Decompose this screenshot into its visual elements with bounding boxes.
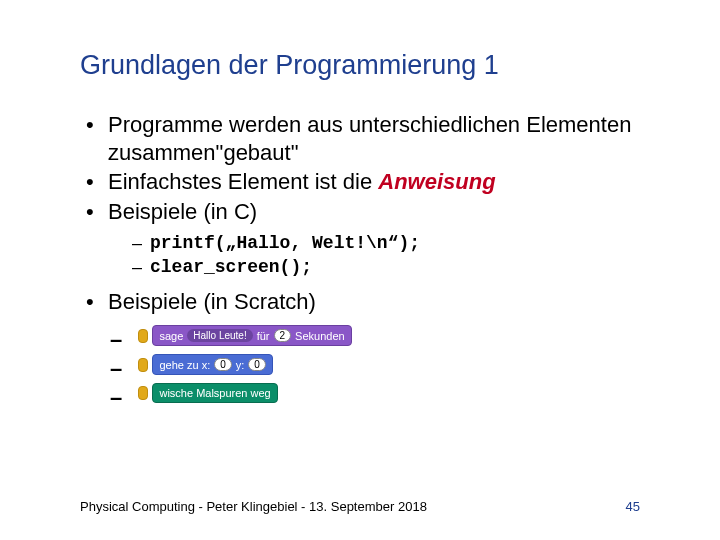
scratch-sek-label: Sekunden [295,330,345,342]
scratch-wische-label: wische Malspuren weg [159,387,270,399]
scratch-fuer-label: für [257,330,270,342]
scratch-wrap-icon [138,329,148,343]
scratch-y-label: y: [236,359,245,371]
scratch-say-text: Hallo Leute! [187,329,252,342]
footer-text: Physical Computing - Peter Klingebiel - … [80,499,427,514]
scratch-sage-label: sage [159,330,183,342]
bullet-1: Programme werden aus unterschiedlichen E… [84,111,640,166]
scratch-clear-block: wische Malspuren weg [152,383,277,403]
bullet-3: Beispiele (in C) [84,198,640,226]
scratch-wrap-icon [138,386,148,400]
bullet-4: Beispiele (in Scratch) [84,288,640,316]
scratch-y-value: 0 [248,358,266,371]
slide-title: Grundlagen der Programmierung 1 [80,50,640,81]
footer: Physical Computing - Peter Klingebiel - … [80,499,640,514]
scratch-seconds-value: 2 [274,329,292,342]
bullet-list: Programme werden aus unterschiedlichen E… [84,111,640,225]
scratch-wrap-icon [138,358,148,372]
scratch-list: sage Hallo Leute! für 2 Sekunden gehe zu… [110,325,640,403]
scratch-item-1: sage Hallo Leute! für 2 Sekunden [110,325,640,346]
scratch-x-value: 0 [214,358,232,371]
scratch-item-2: gehe zu x: 0 y: 0 [110,354,640,375]
scratch-item-3: wische Malspuren weg [110,383,640,403]
scratch-say-block: sage Hallo Leute! für 2 Sekunden [152,325,351,346]
code-line-1: printf(„Hallo, Welt!\n“); [132,231,640,255]
scratch-gehe-label: gehe zu x: [159,359,210,371]
bullet-2: Einfachstes Element ist die Anweisung [84,168,640,196]
code-line-2: clear_screen(); [132,255,640,279]
scratch-goto-block: gehe zu x: 0 y: 0 [152,354,272,375]
bullet-2-keyword: Anweisung [378,169,495,194]
bullet-list-2: Beispiele (in Scratch) [84,288,640,316]
code-list: printf(„Hallo, Welt!\n“); clear_screen()… [132,231,640,280]
page-number: 45 [626,499,640,514]
bullet-2-text: Einfachstes Element ist die [108,169,378,194]
